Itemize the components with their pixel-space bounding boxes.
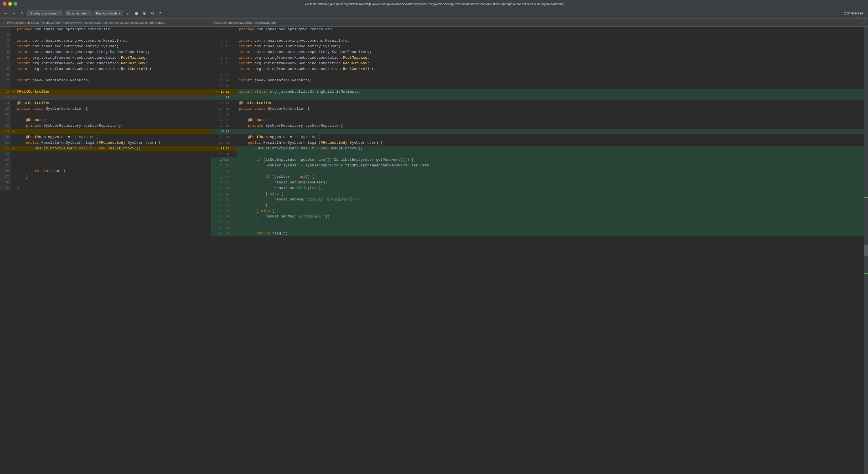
line-numbers-16: 1616 — [211, 112, 237, 117]
table-row: import static org.javaweb.utils.StringUt… — [237, 89, 868, 95]
line-numbers-35: 3535 — [211, 219, 237, 225]
table-row — [237, 151, 868, 157]
table-row — [237, 112, 868, 117]
table-row: 8 import org.springframework.web.bind.an… — [0, 66, 211, 72]
table-row: result.setValid(true); — [237, 185, 868, 191]
table-row: 24 — [0, 157, 211, 163]
table-row: 14 @RestController — [0, 100, 211, 106]
table-row: @RestController — [237, 100, 868, 106]
table-row — [237, 225, 868, 231]
line-numbers-19: +1919 — [211, 129, 237, 134]
table-row: 5 import com.anbai.sec.springmvc.reposit… — [0, 49, 211, 55]
table-row: 26 return result; — [0, 168, 211, 174]
line-numbers-8: 88 — [211, 66, 237, 72]
maximize-button[interactable] — [13, 2, 17, 6]
line-numbers-29: 2929 — [211, 185, 237, 191]
line-numbers-7: 77 — [211, 61, 237, 66]
ignore-label: Do not ignore — [67, 12, 86, 15]
diff-container: 1 package com.anbai.sec.springmvc.contro… — [0, 27, 868, 474]
highlight-dropdown[interactable]: Highlight words ▼ — [94, 10, 123, 16]
table-row: import org.springframework.web.bind.anno… — [237, 55, 868, 61]
table-row: public class SysUserController { — [237, 106, 868, 112]
table-row: package com.anbai.sec.springmvc.controll… — [237, 27, 868, 32]
sync-icon[interactable]: ↺ — [149, 10, 156, 17]
table-row: 21 public ResultInfo<SysUser> login(@Req… — [0, 140, 211, 146]
nav-forward-button[interactable]: → — [11, 10, 18, 17]
line-numbers-12: »1212 — [211, 89, 237, 95]
viewer-dropdown[interactable]: Side-by-side viewer ▼ — [27, 10, 63, 16]
line-numbers-31: 3131 — [211, 197, 237, 202]
scrollbar-diff-marker — [864, 197, 868, 198]
line-numbers-30: 3030 — [211, 191, 237, 197]
table-row: 2 — [0, 32, 211, 38]
table-row: if (isNotEmpty(user.getUsername()) && is… — [237, 157, 868, 163]
scrollbar-diff-marker — [864, 273, 868, 274]
line-numbers-14: 1414 — [211, 100, 237, 106]
table-row: 11 — [0, 83, 211, 89]
line-numbers-2: 22 — [211, 32, 237, 38]
table-row: 17 @Resource — [0, 117, 211, 123]
toolbar: ← → ✎ Side-by-side viewer ▼ Do not ignor… — [0, 8, 868, 19]
line-numbers-24: 24«24 — [211, 157, 237, 163]
close-button[interactable] — [3, 2, 6, 6]
minimize-button[interactable] — [8, 2, 12, 6]
line-numbers-21: 2121 — [211, 140, 237, 146]
table-row: result.setData(sysUser); — [237, 180, 868, 185]
table-row: 16 — [0, 112, 211, 117]
right-pane[interactable]: package com.anbai.sec.springmvc.controll… — [237, 27, 868, 474]
window-controls[interactable] — [3, 2, 17, 6]
help-icon[interactable]: ? — [157, 10, 162, 17]
file-headers: ⚠ SysUserController.java (/Users/yz/Idea… — [0, 19, 868, 27]
scrollbar-track — [864, 27, 868, 474]
line-numbers-27: 2727 — [211, 174, 237, 180]
table-row: result.setMsg("请求参数错误!"); — [237, 214, 868, 219]
line-numbers-23: 2323 — [211, 151, 237, 157]
table-row: 1 package com.anbai.sec.springmvc.contro… — [0, 27, 211, 32]
table-row: 20 @PostMapping(value = "/login.do") — [0, 134, 211, 140]
table-row — [237, 129, 868, 134]
line-numbers-13: +13 — [211, 95, 237, 100]
left-pane[interactable]: 1 package com.anbai.sec.springmvc.contro… — [0, 27, 211, 474]
nav-back-button[interactable]: ← — [2, 10, 9, 17]
table-row — [237, 32, 868, 38]
table-row: import org.springframework.web.bind.anno… — [237, 66, 868, 72]
table-row: 27 } — [0, 174, 211, 180]
scrollbar-thumb[interactable] — [864, 245, 868, 256]
settings-icon[interactable]: ⇄ — [125, 10, 131, 17]
center-gutter: 11 22 33 44 55 66 77 88 99 1010 1111 »12… — [211, 27, 237, 474]
line-numbers-37: 3737 — [211, 231, 237, 236]
chevron-down-icon: ▼ — [87, 12, 89, 15]
edit-button[interactable]: ✎ — [19, 10, 26, 17]
table-row: private SysUserRepository sysUserReposit… — [237, 123, 868, 129]
viewer-label: Side-by-side viewer — [30, 12, 57, 15]
gear-icon[interactable]: ⚙ — [141, 10, 148, 17]
columns-icon[interactable]: ▦ — [133, 10, 140, 17]
line-numbers-10: 1010 — [211, 78, 237, 83]
table-row: 19 >> — [0, 129, 211, 134]
table-row: 10 import javax.annotation.Resource; — [0, 78, 211, 83]
line-numbers-15: 1515 — [211, 106, 237, 112]
table-row: } else { — [237, 191, 868, 197]
table-row — [237, 168, 868, 174]
right-file-name: SysUserController.java (/Users/yz/Downlo… — [213, 21, 278, 24]
line-numbers-6: 66 — [211, 55, 237, 61]
line-numbers-34: 3434 — [211, 214, 237, 219]
line-numbers-11: 1111 — [211, 83, 237, 89]
table-row: } — [237, 219, 868, 225]
table-row: 29 } — [0, 185, 211, 191]
table-row: 22 >> ResultInfo<SysUser> result = new R… — [0, 146, 211, 151]
table-row: result.setMsg("登陆失败, 账号或密码错误!"); — [237, 197, 868, 202]
line-numbers-36: 3636 — [211, 225, 237, 231]
table-row: import javax.annotation.Resource; — [237, 78, 868, 83]
table-row: import org.springframework.web.bind.anno… — [237, 61, 868, 66]
highlight-label: Highlight words — [96, 12, 117, 15]
table-row: SysUser sysUser = sysUserRepository.find… — [237, 163, 868, 168]
ignore-dropdown[interactable]: Do not ignore ▼ — [65, 10, 92, 16]
title-bar: SysUserController.java (/Users/yz/IdeaPr… — [0, 0, 868, 8]
table-row: ResultInfo<SysUser> result = new ResultI… — [237, 146, 868, 151]
line-numbers-26: 2626 — [211, 168, 237, 174]
right-file-header: SysUserController.java (/Users/yz/Downlo… — [211, 19, 868, 26]
table-row: public ResultInfo<SysUser> login(@Reques… — [237, 140, 868, 146]
line-numbers-22: »2222 — [211, 146, 237, 151]
chevron-down-icon: ▼ — [58, 12, 60, 15]
